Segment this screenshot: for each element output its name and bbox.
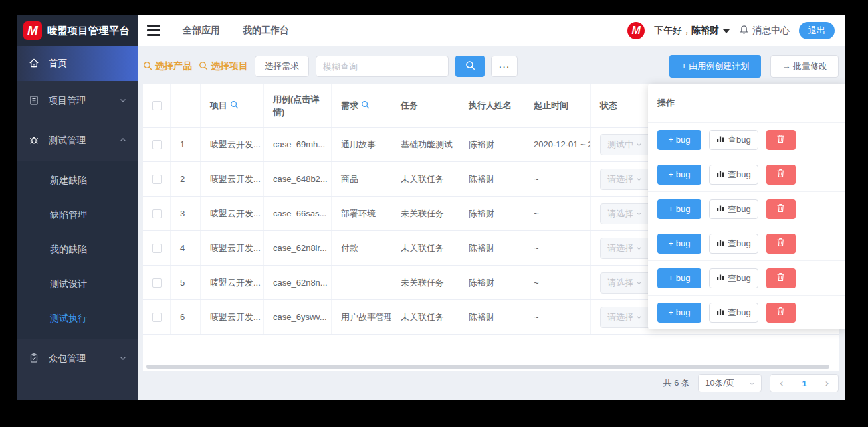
cell-case[interactable]: case_62n8ir... [264, 231, 332, 265]
select-project-link[interactable]: 选择项目 [199, 60, 248, 72]
add-bug-button[interactable]: + bug [657, 130, 701, 150]
message-center[interactable]: 消息中心 [739, 25, 790, 37]
avatar[interactable]: M [627, 22, 645, 39]
cell-dates: ~ [524, 300, 591, 334]
cell-index: 5 [171, 266, 201, 299]
view-bug-label: 查bug [728, 272, 751, 284]
row-checkbox[interactable] [152, 175, 162, 184]
page-number[interactable]: 1 [802, 379, 806, 388]
nav-my-workbench[interactable]: 我的工作台 [243, 25, 289, 37]
add-bug-button[interactable]: + bug [657, 199, 701, 219]
row-checkbox[interactable] [152, 313, 162, 322]
status-value: 请选择 [607, 311, 635, 323]
cell-task: 未关联任务 [391, 231, 459, 265]
prev-page-button[interactable]: ‹ [780, 378, 783, 388]
row-checkbox[interactable] [152, 278, 162, 288]
sidebar-item-partial[interactable] [17, 388, 138, 400]
operations-row: + bug 查bug [648, 260, 845, 295]
header-case: 用例(点击详情) [264, 84, 332, 127]
fuzzy-search-input[interactable] [316, 56, 449, 77]
sidebar-item-new-defect[interactable]: 新建缺陷 [17, 163, 138, 198]
row-checkbox[interactable] [152, 140, 162, 149]
view-bug-button[interactable]: 查bug [709, 268, 758, 288]
select-requirement-button[interactable]: 选择需求 [255, 56, 309, 77]
next-page-button[interactable]: › [825, 378, 829, 388]
cell-case[interactable]: case_62n8n... [264, 266, 332, 299]
select-all-checkbox[interactable] [152, 101, 162, 110]
sidebar-item-home[interactable]: 首页 [17, 46, 138, 81]
chevron-down-icon [119, 353, 127, 364]
cell-requirement: 部署环境 [332, 197, 391, 230]
sidebar-item-test-design[interactable]: 测试设计 [17, 267, 138, 301]
bar-chart-icon [716, 135, 724, 145]
add-bug-button[interactable]: + bug [657, 303, 701, 323]
cell-project: 唛盟云开发... [201, 266, 264, 299]
sidebar-item-crowd-mgmt[interactable]: 众包管理 [17, 339, 138, 379]
delete-button[interactable] [766, 199, 796, 219]
search-icon[interactable] [361, 100, 370, 111]
more-actions-button[interactable]: ··· [491, 56, 518, 77]
cell-task: 未关联任务 [391, 162, 459, 196]
sidebar-item-label: 缺陷管理 [50, 209, 87, 221]
page-size-select[interactable]: 10条/页 [698, 374, 762, 392]
row-checkbox[interactable] [152, 209, 162, 218]
batch-edit-button[interactable]: → 批量修改 [770, 55, 839, 78]
sidebar-item-defect-mgmt[interactable]: 缺陷管理 [17, 198, 138, 232]
header-index [171, 84, 201, 127]
cell-case[interactable]: case_66sas... [264, 197, 332, 230]
delete-button[interactable] [766, 165, 796, 185]
total-count: 共 6 条 [663, 377, 690, 389]
logout-button[interactable]: 退出 [799, 22, 835, 39]
cell-case[interactable]: case_648b2... [264, 162, 332, 196]
delete-button[interactable] [766, 130, 796, 150]
view-bug-button[interactable]: 查bug [709, 199, 758, 219]
add-bug-button[interactable]: + bug [657, 268, 701, 288]
message-center-label: 消息中心 [752, 25, 790, 37]
view-bug-button[interactable]: 查bug [709, 130, 758, 150]
bar-chart-icon [716, 204, 724, 214]
cell-project: 唛盟云开发... [201, 128, 264, 161]
row-checkbox[interactable] [152, 244, 162, 253]
add-bug-button[interactable]: + bug [657, 234, 701, 254]
sidebar-item-test-mgmt[interactable]: 测试管理 [17, 121, 138, 161]
main-content: 选择产品 选择项目 选择需求 ··· + 由用例创建计划 → 批量修改 项目 [138, 46, 845, 400]
delete-button[interactable] [766, 268, 796, 288]
delete-button[interactable] [766, 303, 796, 323]
cell-dates: 2020-12-01 ~ 20 [524, 128, 591, 161]
cell-project: 唛盟云开发... [201, 300, 264, 334]
sidebar-item-test-execution[interactable]: 测试执行 [17, 301, 138, 336]
chevron-down-icon [635, 313, 643, 321]
sidebar-item-my-defects[interactable]: 我的缺陷 [17, 232, 138, 267]
sidebar-item-label: 众包管理 [49, 353, 86, 365]
sidebar-item-label: 测试设计 [50, 278, 87, 290]
view-bug-button[interactable]: 查bug [709, 165, 758, 185]
select-product-link[interactable]: 选择产品 [143, 60, 192, 72]
nav-all-apps[interactable]: 全部应用 [183, 25, 220, 37]
header-task: 任务 [391, 84, 459, 127]
trash-icon [776, 307, 785, 318]
cell-executor: 陈裕财 [459, 266, 524, 299]
cell-case[interactable]: case_6yswv... [264, 300, 332, 334]
add-bug-button[interactable]: + bug [657, 165, 701, 185]
delete-button[interactable] [766, 234, 796, 254]
cell-dates: ~ [524, 266, 591, 299]
sidebar-item-project-mgmt[interactable]: 项目管理 [17, 81, 138, 121]
create-plan-button[interactable]: + 由用例创建计划 [669, 55, 761, 78]
view-bug-button[interactable]: 查bug [709, 234, 758, 254]
cell-requirement: 商品 [332, 162, 391, 196]
bar-chart-icon [716, 169, 724, 179]
cell-executor: 陈裕财 [459, 231, 524, 265]
view-bug-button[interactable]: 查bug [709, 303, 758, 323]
cell-case[interactable]: case_69mh... [264, 128, 332, 161]
cell-project: 唛盟云开发... [201, 197, 264, 230]
status-value: 请选择 [607, 208, 635, 220]
operations-header: 操作 [648, 84, 845, 122]
search-icon[interactable] [230, 100, 239, 111]
chevron-down-icon [635, 141, 643, 148]
header-dates: 起止时间 [524, 84, 591, 127]
user-greeting[interactable]: 下午好，陈裕财 [654, 25, 730, 37]
operations-row: + bug 查bug [648, 191, 845, 226]
hamburger-menu-icon[interactable] [147, 25, 160, 36]
search-button[interactable] [455, 56, 485, 77]
horizontal-scrollbar[interactable] [146, 365, 829, 369]
